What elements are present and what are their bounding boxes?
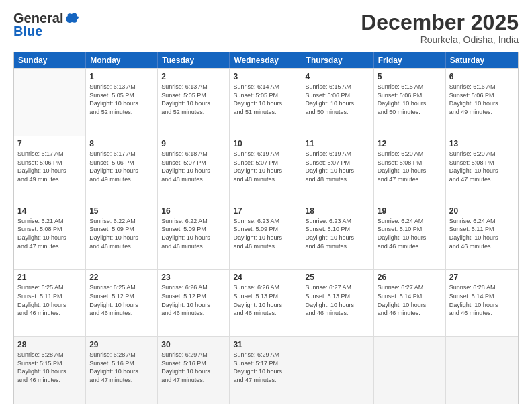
calendar-row-0: 1Sunrise: 6:13 AM Sunset: 5:05 PM Daylig… (14, 68, 518, 136)
header-day-wednesday: Wednesday (230, 52, 302, 68)
day-info: Sunrise: 6:18 AM Sunset: 5:07 PM Dayligh… (161, 150, 226, 183)
page-container: General Blue December 2025 Rourkela, Odi… (0, 0, 532, 411)
calendar-cell: 20Sunrise: 6:24 AM Sunset: 5:11 PM Dayli… (446, 203, 518, 270)
day-info: Sunrise: 6:27 AM Sunset: 5:14 PM Dayligh… (378, 283, 442, 317)
day-number: 22 (89, 273, 154, 282)
day-info: Sunrise: 6:26 AM Sunset: 5:13 PM Dayligh… (233, 283, 298, 317)
day-number: 8 (89, 139, 154, 148)
day-info: Sunrise: 6:13 AM Sunset: 5:05 PM Dayligh… (161, 83, 226, 116)
calendar-row-2: 14Sunrise: 6:21 AM Sunset: 5:08 PM Dayli… (14, 203, 518, 270)
day-number: 17 (233, 206, 298, 216)
calendar-cell: 8Sunrise: 6:17 AM Sunset: 5:06 PM Daylig… (86, 136, 158, 203)
day-info: Sunrise: 6:17 AM Sunset: 5:06 PM Dayligh… (17, 150, 82, 183)
day-number: 3 (233, 72, 298, 81)
calendar-cell: 25Sunrise: 6:27 AM Sunset: 5:13 PM Dayli… (302, 270, 374, 336)
day-info: Sunrise: 6:25 AM Sunset: 5:11 PM Dayligh… (17, 283, 82, 317)
day-number: 13 (449, 139, 515, 148)
day-number: 28 (17, 340, 82, 349)
day-info: Sunrise: 6:28 AM Sunset: 5:15 PM Dayligh… (17, 351, 82, 384)
day-number: 5 (378, 72, 442, 81)
day-number: 4 (306, 72, 370, 81)
calendar-cell: 1Sunrise: 6:13 AM Sunset: 5:05 PM Daylig… (86, 69, 158, 136)
calendar-cell: 15Sunrise: 6:22 AM Sunset: 5:09 PM Dayli… (86, 203, 158, 270)
day-number: 9 (161, 139, 226, 148)
day-number: 18 (306, 206, 370, 216)
day-info: Sunrise: 6:23 AM Sunset: 5:10 PM Dayligh… (306, 217, 370, 250)
calendar-cell: 14Sunrise: 6:21 AM Sunset: 5:08 PM Dayli… (14, 203, 86, 270)
day-info: Sunrise: 6:15 AM Sunset: 5:06 PM Dayligh… (378, 83, 442, 116)
calendar-cell: 3Sunrise: 6:14 AM Sunset: 5:05 PM Daylig… (230, 69, 302, 136)
day-number: 26 (378, 273, 442, 282)
logo-bird-icon (64, 11, 79, 26)
day-info: Sunrise: 6:19 AM Sunset: 5:07 PM Dayligh… (306, 150, 370, 183)
calendar-cell: 2Sunrise: 6:13 AM Sunset: 5:05 PM Daylig… (158, 69, 230, 136)
calendar-row-4: 28Sunrise: 6:28 AM Sunset: 5:15 PM Dayli… (14, 336, 518, 404)
header-day-sunday: Sunday (14, 52, 86, 68)
header-day-friday: Friday (374, 52, 446, 68)
calendar-cell: 7Sunrise: 6:17 AM Sunset: 5:06 PM Daylig… (14, 136, 86, 203)
day-number: 11 (306, 139, 370, 148)
calendar-cell: 5Sunrise: 6:15 AM Sunset: 5:06 PM Daylig… (374, 69, 446, 136)
page-header: General Blue December 2025 Rourkela, Odi… (13, 11, 519, 45)
calendar-cell: 6Sunrise: 6:16 AM Sunset: 5:06 PM Daylig… (446, 69, 518, 136)
day-info: Sunrise: 6:19 AM Sunset: 5:07 PM Dayligh… (233, 150, 298, 183)
day-info: Sunrise: 6:24 AM Sunset: 5:10 PM Dayligh… (378, 217, 442, 250)
day-number: 31 (233, 340, 298, 349)
day-info: Sunrise: 6:21 AM Sunset: 5:08 PM Dayligh… (17, 217, 82, 250)
day-info: Sunrise: 6:22 AM Sunset: 5:09 PM Dayligh… (89, 217, 154, 250)
calendar-cell: 17Sunrise: 6:23 AM Sunset: 5:09 PM Dayli… (230, 203, 302, 270)
day-info: Sunrise: 6:13 AM Sunset: 5:05 PM Dayligh… (89, 83, 154, 116)
calendar-cell: 16Sunrise: 6:22 AM Sunset: 5:09 PM Dayli… (158, 203, 230, 270)
calendar-cell: 12Sunrise: 6:20 AM Sunset: 5:08 PM Dayli… (374, 136, 446, 203)
day-info: Sunrise: 6:29 AM Sunset: 5:17 PM Dayligh… (233, 351, 298, 384)
calendar-body: 1Sunrise: 6:13 AM Sunset: 5:05 PM Daylig… (14, 68, 518, 404)
day-info: Sunrise: 6:29 AM Sunset: 5:16 PM Dayligh… (161, 351, 226, 384)
header-day-thursday: Thursday (302, 52, 374, 68)
day-info: Sunrise: 6:15 AM Sunset: 5:06 PM Dayligh… (306, 83, 370, 116)
day-info: Sunrise: 6:17 AM Sunset: 5:06 PM Dayligh… (89, 150, 154, 183)
day-info: Sunrise: 6:23 AM Sunset: 5:09 PM Dayligh… (233, 217, 298, 250)
calendar-cell: 30Sunrise: 6:29 AM Sunset: 5:16 PM Dayli… (158, 337, 230, 404)
day-info: Sunrise: 6:26 AM Sunset: 5:12 PM Dayligh… (161, 283, 226, 317)
day-number: 21 (17, 273, 82, 282)
month-title: December 2025 (361, 11, 519, 34)
header-day-tuesday: Tuesday (158, 52, 230, 68)
day-info: Sunrise: 6:22 AM Sunset: 5:09 PM Dayligh… (161, 217, 226, 250)
day-info: Sunrise: 6:28 AM Sunset: 5:14 PM Dayligh… (449, 283, 515, 317)
calendar-cell: 29Sunrise: 6:28 AM Sunset: 5:16 PM Dayli… (86, 337, 158, 404)
day-info: Sunrise: 6:27 AM Sunset: 5:13 PM Dayligh… (306, 283, 370, 317)
day-number: 2 (161, 72, 226, 81)
calendar-cell: 27Sunrise: 6:28 AM Sunset: 5:14 PM Dayli… (446, 270, 518, 336)
day-number: 7 (17, 139, 82, 148)
location: Rourkela, Odisha, India (361, 34, 519, 45)
calendar: SundayMondayTuesdayWednesdayThursdayFrid… (13, 52, 519, 404)
calendar-row-3: 21Sunrise: 6:25 AM Sunset: 5:11 PM Dayli… (14, 269, 518, 336)
day-info: Sunrise: 6:14 AM Sunset: 5:05 PM Dayligh… (233, 83, 298, 116)
day-number: 29 (89, 340, 154, 349)
day-number: 27 (449, 273, 515, 282)
day-number: 14 (17, 206, 82, 216)
calendar-row-1: 7Sunrise: 6:17 AM Sunset: 5:06 PM Daylig… (14, 136, 518, 203)
calendar-cell: 22Sunrise: 6:25 AM Sunset: 5:12 PM Dayli… (86, 270, 158, 336)
day-number: 19 (378, 206, 442, 216)
day-number: 10 (233, 139, 298, 148)
calendar-cell: 4Sunrise: 6:15 AM Sunset: 5:06 PM Daylig… (302, 69, 374, 136)
header-day-monday: Monday (86, 52, 158, 68)
calendar-cell: 23Sunrise: 6:26 AM Sunset: 5:12 PM Dayli… (158, 270, 230, 336)
title-block: December 2025 Rourkela, Odisha, India (361, 11, 519, 45)
day-info: Sunrise: 6:24 AM Sunset: 5:11 PM Dayligh… (449, 217, 515, 250)
logo-blue: Blue (13, 24, 42, 39)
calendar-cell: 24Sunrise: 6:26 AM Sunset: 5:13 PM Dayli… (230, 270, 302, 336)
day-number: 6 (449, 72, 515, 81)
day-number: 20 (449, 206, 515, 216)
calendar-cell: 13Sunrise: 6:20 AM Sunset: 5:08 PM Dayli… (446, 136, 518, 203)
day-info: Sunrise: 6:25 AM Sunset: 5:12 PM Dayligh… (89, 283, 154, 317)
calendar-cell: 9Sunrise: 6:18 AM Sunset: 5:07 PM Daylig… (158, 136, 230, 203)
day-number: 15 (89, 206, 154, 216)
logo: General Blue (13, 11, 79, 39)
calendar-cell: 21Sunrise: 6:25 AM Sunset: 5:11 PM Dayli… (14, 270, 86, 336)
calendar-cell (374, 337, 446, 404)
day-number: 25 (306, 273, 370, 282)
day-info: Sunrise: 6:20 AM Sunset: 5:08 PM Dayligh… (378, 150, 442, 183)
calendar-cell: 26Sunrise: 6:27 AM Sunset: 5:14 PM Dayli… (374, 270, 446, 336)
